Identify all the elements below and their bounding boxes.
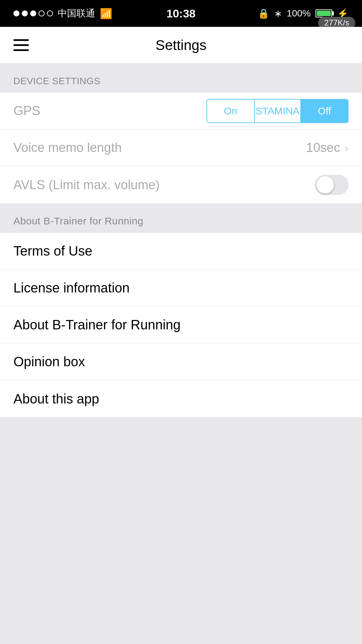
battery-percent: 100% — [287, 8, 311, 19]
carrier-name: 中国联通 — [58, 7, 95, 20]
status-time: 10:38 — [167, 7, 196, 20]
voice-memo-row[interactable]: Voice memo length 10sec › — [0, 129, 362, 166]
navbar: Settings — [0, 27, 362, 64]
terms-of-use-label: Terms of Use — [13, 244, 93, 259]
status-bar: 中国联通 📶 10:38 🔒 ∗ 100% ⚡ 277K/s — [0, 0, 362, 27]
about-btrainer-item[interactable]: About B-Trainer for Running — [0, 307, 362, 343]
wifi-icon: 📶 — [100, 8, 112, 19]
battery-block — [315, 9, 332, 17]
signal-dots — [13, 10, 53, 16]
about-menu-group: Terms of Use License information About B… — [0, 233, 362, 417]
license-info-label: License information — [13, 280, 130, 296]
gps-on-button[interactable]: On — [207, 100, 254, 122]
signal-dot-3 — [30, 10, 36, 16]
about-app-label: About this app — [13, 391, 99, 407]
signal-dot-4 — [39, 10, 45, 16]
voice-memo-duration: 10sec — [306, 141, 340, 155]
opinion-box-item[interactable]: Opinion box — [0, 343, 362, 380]
terms-of-use-item[interactable]: Terms of Use — [0, 233, 362, 270]
battery-bar — [315, 9, 332, 17]
gps-toggle[interactable]: On STAMINA Off — [206, 99, 349, 123]
menu-button[interactable] — [13, 39, 29, 51]
device-settings-header: DEVICE SETTINGS — [0, 64, 362, 93]
voice-memo-label: Voice memo length — [13, 141, 122, 155]
hamburger-line-3 — [13, 49, 29, 51]
content: DEVICE SETTINGS GPS On STAMINA Off Voice… — [0, 64, 362, 644]
device-settings-group: GPS On STAMINA Off Voice memo length 10s… — [0, 93, 362, 203]
signal-dot-5 — [47, 10, 53, 16]
bluetooth-icon: ∗ — [274, 8, 282, 19]
gps-label: GPS — [13, 104, 40, 118]
lock-icon: 🔒 — [258, 8, 269, 19]
hamburger-line-1 — [13, 39, 29, 41]
chevron-right-icon: › — [345, 141, 349, 154]
avls-label: AVLS (Limit max. volume) — [13, 178, 160, 192]
battery-fill — [317, 11, 331, 16]
gps-off-button[interactable]: Off — [301, 100, 348, 122]
signal-dot-1 — [13, 10, 19, 16]
about-btrainer-label: About B-Trainer for Running — [13, 317, 181, 332]
gps-stamina-button[interactable]: STAMINA — [254, 100, 301, 122]
bottom-area — [0, 417, 362, 644]
opinion-box-label: Opinion box — [13, 354, 85, 369]
page-title: Settings — [156, 37, 206, 53]
avls-toggle-knob — [316, 176, 334, 194]
signal-dot-2 — [22, 10, 28, 16]
avls-row: AVLS (Limit max. volume) — [0, 166, 362, 203]
license-info-item[interactable]: License information — [0, 270, 362, 307]
avls-toggle[interactable] — [315, 175, 349, 195]
about-app-item[interactable]: About this app — [0, 380, 362, 417]
status-left: 中国联通 📶 — [13, 7, 112, 20]
hamburger-line-2 — [13, 44, 29, 46]
about-section-header: About B-Trainer for Running — [0, 203, 362, 233]
gps-row: GPS On STAMINA Off — [0, 93, 362, 129]
voice-memo-value: 10sec › — [306, 141, 349, 155]
